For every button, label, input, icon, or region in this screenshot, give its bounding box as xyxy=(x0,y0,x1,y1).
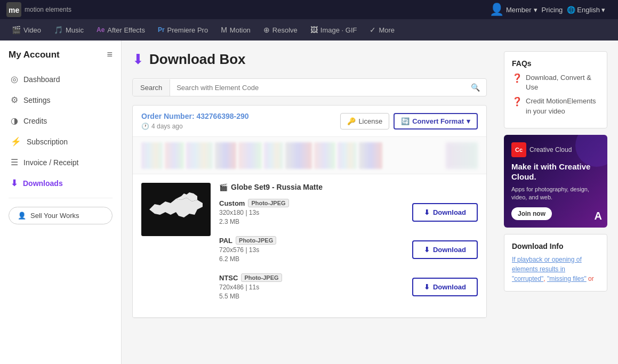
download-info-title: Download Info xyxy=(512,242,599,250)
image-icon: 🖼 xyxy=(310,26,318,34)
download-button-pal[interactable]: ⬇ Download xyxy=(412,240,478,259)
nav-ae-label: After Effects xyxy=(107,26,145,34)
logo[interactable]: me motion elements xyxy=(6,2,71,17)
preview-tile-7 xyxy=(285,142,312,169)
format-size-pal: 6.2 MB xyxy=(219,255,276,263)
format-badge-custom: Photo-JPEG xyxy=(248,199,288,207)
download-icon-custom: ⬇ xyxy=(424,208,430,216)
search-button[interactable]: Search xyxy=(133,79,170,96)
faq-text-1: Download, Convert & Use xyxy=(526,73,599,92)
sidebar-item-settings[interactable]: ⚙ Settings xyxy=(0,90,121,110)
item-row: 🎬 Globe Set9 - Russia Matte Custom Photo… xyxy=(133,174,486,318)
nav-music[interactable]: 🎵 Music xyxy=(49,23,89,36)
nav-premiere-pro[interactable]: Pr Premiere Pro xyxy=(153,24,213,36)
download-info-card: Download Info If playback or opening of … xyxy=(504,234,607,292)
faq-question-icon-2: ❓ xyxy=(512,96,523,107)
item-title: 🎬 Globe Set9 - Russia Matte xyxy=(219,183,478,191)
sidebar-item-invoice[interactable]: ☰ Invoice / Receipt xyxy=(0,152,121,173)
hamburger-icon[interactable]: ≡ xyxy=(107,49,113,60)
download-button-custom[interactable]: ⬇ Download xyxy=(412,203,478,222)
nav-after-effects[interactable]: Ae After Effects xyxy=(91,24,150,36)
faq-item-1[interactable]: ❓ Download, Convert & Use xyxy=(512,73,599,92)
preview-tile-10 xyxy=(359,142,382,169)
language-button[interactable]: 🌐 English ▾ xyxy=(567,6,605,14)
member-label: Member xyxy=(506,6,532,14)
faq-text-2: Credit MotionElements in your video xyxy=(526,96,599,116)
creative-cloud-name: Creative Cloud xyxy=(529,146,572,153)
missing-files-link[interactable]: "missing files" xyxy=(547,275,587,282)
format-name-ntsc: NTSC Photo-JPEG xyxy=(219,273,282,282)
globe-icon: 🌐 xyxy=(567,6,575,14)
sidebar-header: My Account ≡ xyxy=(0,49,121,69)
ad-title: Make it with Creative Cloud. xyxy=(511,161,600,182)
sidebar-dashboard-label: Dashboard xyxy=(23,75,60,84)
video-file-icon: 🎬 xyxy=(219,183,228,191)
corrupted-link[interactable]: "corrupted" xyxy=(512,275,543,282)
sidebar-item-credits[interactable]: ◑ Credits xyxy=(0,110,121,131)
creative-cloud-icon: Cc xyxy=(511,142,526,157)
sidebar: My Account ≡ ◎ Dashboard ⚙ Settings ◑ Cr… xyxy=(0,41,122,364)
top-nav: me motion elements 👤 Member ▾ Pricing 🌐 … xyxy=(0,0,618,19)
order-time: 🕐 4 days ago xyxy=(141,123,249,130)
format-meta-ntsc: 720x486 | 11s xyxy=(219,284,282,291)
preview-tile-2 xyxy=(165,142,184,169)
motion-icon: M xyxy=(221,26,227,34)
format-badge-pal: Photo-JPEG xyxy=(236,236,276,245)
sell-works-label: Sell Your Works xyxy=(30,212,79,220)
check-icon: ✓ xyxy=(370,26,376,34)
nav-more[interactable]: ✓ More xyxy=(364,23,400,36)
nav-more-label: More xyxy=(379,26,395,34)
item-details: 🎬 Globe Set9 - Russia Matte Custom Photo… xyxy=(219,183,478,309)
license-button[interactable]: 🔑 License xyxy=(340,113,389,130)
resolve-icon: ⊕ xyxy=(263,26,270,34)
format-left-ntsc: NTSC Photo-JPEG 720x486 | 11s 5.5 MB xyxy=(219,273,282,300)
format-size-custom: 2.3 MB xyxy=(219,218,289,225)
page-title-area: ⬇ Download Box xyxy=(132,51,487,68)
faq-title: FAQs xyxy=(512,59,599,68)
adobe-logo: A xyxy=(595,210,602,222)
search-input[interactable] xyxy=(170,79,464,96)
format-name-pal: PAL Photo-JPEG xyxy=(219,236,276,245)
credits-icon: ◑ xyxy=(11,116,18,126)
nav-resolve-label: Resolve xyxy=(272,26,298,34)
sidebar-title: My Account xyxy=(9,50,60,60)
order-number: Order Number: 432766398-290 xyxy=(141,112,249,120)
person-icon: 👤 xyxy=(18,212,26,220)
sidebar-settings-label: Settings xyxy=(23,96,51,104)
format-meta-custom: 320x180 | 13s xyxy=(219,209,289,216)
content-area: ⬇ Download Box Search 🔍 Order Number: 43… xyxy=(122,41,618,364)
member-chevron: ▾ xyxy=(534,6,537,14)
format-name-custom: Custom Photo-JPEG xyxy=(219,199,289,207)
sidebar-item-downloads[interactable]: ⬇ Downloads xyxy=(0,173,121,193)
member-button[interactable]: 👤 Member ▾ xyxy=(489,3,537,17)
format-row-custom: Custom Photo-JPEG 320x180 | 13s 2.3 MB ⬇ xyxy=(219,197,478,228)
order-card: Order Number: 432766398-290 🕐 4 days ago… xyxy=(132,105,487,318)
sidebar-item-subscription[interactable]: ⚡ Subscription xyxy=(0,131,121,152)
nav-resolve[interactable]: ⊕ Resolve xyxy=(258,23,303,36)
download-icon-ntsc: ⬇ xyxy=(424,283,430,291)
sidebar-item-dashboard[interactable]: ◎ Dashboard xyxy=(0,69,121,90)
format-badge-ntsc: Photo-JPEG xyxy=(241,273,282,282)
license-icon: 🔑 xyxy=(347,117,356,125)
convert-chevron: ▾ xyxy=(467,117,470,125)
convert-format-button[interactable]: 🔄 Convert Format ▾ xyxy=(394,113,478,130)
nav-video[interactable]: 🎬 Video xyxy=(6,23,46,36)
item-thumbnail xyxy=(141,183,211,236)
nav-motion[interactable]: M Motion xyxy=(215,23,256,36)
join-now-button[interactable]: Join now xyxy=(511,207,552,220)
right-panel: FAQs ❓ Download, Convert & Use ❓ Credit … xyxy=(495,51,607,353)
faq-item-2[interactable]: ❓ Credit MotionElements in your video xyxy=(512,96,599,116)
download-button-ntsc[interactable]: ⬇ Download xyxy=(412,278,478,296)
russia-map-svg xyxy=(147,188,205,231)
pr-icon: Pr xyxy=(158,26,165,34)
pricing-link[interactable]: Pricing xyxy=(542,6,563,14)
sell-works-button[interactable]: 👤 Sell Your Works xyxy=(9,207,113,224)
lang-chevron: ▾ xyxy=(601,6,605,14)
nav-pr-label: Premiere Pro xyxy=(167,26,208,34)
order-header: Order Number: 432766398-290 🕐 4 days ago… xyxy=(133,106,486,137)
sidebar-subscription-label: Subscription xyxy=(27,137,68,146)
nav-image-gif[interactable]: 🖼 Image · GIF xyxy=(305,23,363,36)
search-icon[interactable]: 🔍 xyxy=(464,79,486,96)
top-right-items: 👤 Member ▾ Pricing 🌐 English ▾ xyxy=(483,0,612,19)
sidebar-downloads-label: Downloads xyxy=(23,179,63,188)
